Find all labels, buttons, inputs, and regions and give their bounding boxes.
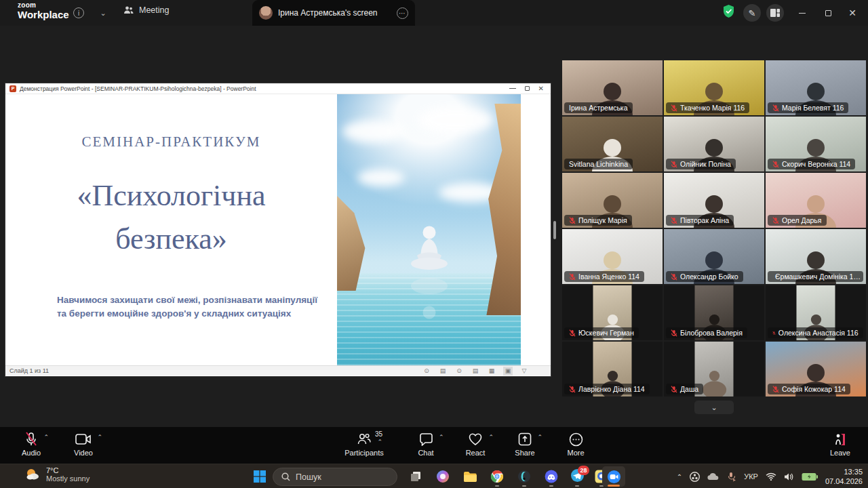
- video-options-caret[interactable]: ⌃: [97, 434, 102, 441]
- normal-view-icon[interactable]: ▤: [471, 367, 480, 375]
- task-view-icon: [410, 471, 421, 482]
- share-options-caret[interactable]: ⌃: [537, 434, 542, 441]
- scroll-participants-button[interactable]: ⌄: [694, 401, 734, 414]
- sorter-view-icon[interactable]: ▦: [487, 367, 496, 375]
- logo-zoom-text: zoom: [18, 2, 69, 9]
- tab-shared-screen-label: Ірина Астремська's screen: [278, 8, 391, 18]
- reading-view-icon[interactable]: ▣: [503, 367, 513, 375]
- participant-name: Лаврієнко Діана 114: [578, 385, 645, 393]
- mic-tray-icon[interactable]: [727, 472, 736, 482]
- tab-meeting[interactable]: Meeting: [123, 5, 169, 15]
- participants-options-caret[interactable]: ⌃: [377, 439, 382, 445]
- info-icon[interactable]: i: [73, 7, 84, 18]
- react-button[interactable]: ⌃ React: [450, 430, 501, 457]
- participant-tile[interactable]: Олександр Бойко: [664, 229, 764, 284]
- file-explorer-icon: [463, 471, 477, 483]
- copilot-icon: [436, 470, 450, 483]
- participants-button[interactable]: 35 ⌃ Participants: [338, 430, 390, 457]
- more-label: More: [567, 449, 584, 457]
- clock-widget[interactable]: 13:35 07.04.2026: [825, 467, 863, 487]
- leave-button[interactable]: Leave: [814, 430, 866, 457]
- discord-button[interactable]: [540, 466, 563, 487]
- security-shield-icon[interactable]: [722, 4, 735, 19]
- participant-tile[interactable]: Софія Кожокар 114: [766, 342, 866, 396]
- opera-browser-button[interactable]: [513, 466, 536, 487]
- task-view-button[interactable]: [404, 466, 427, 487]
- muted-mic-icon: [569, 217, 576, 224]
- close-button[interactable]: ✕: [845, 4, 860, 22]
- ppt-minimize-icon[interactable]: [509, 88, 516, 89]
- weather-widget[interactable]: 7°C Mostly sunny: [24, 466, 90, 483]
- leave-label: Leave: [830, 449, 850, 457]
- copilot-button[interactable]: [431, 466, 454, 487]
- tab-options-icon[interactable]: ⋯: [397, 7, 408, 19]
- participant-tile[interactable]: Лаврієнко Діана 114: [562, 342, 663, 396]
- chat-options-caret[interactable]: ⌃: [439, 434, 444, 441]
- participant-tile[interactable]: Орел Дарья: [766, 173, 866, 228]
- participant-tile[interactable]: Ткаченко Марія 116: [664, 60, 764, 115]
- tray-expand-icon[interactable]: ⌃: [677, 473, 682, 481]
- start-button[interactable]: [248, 466, 271, 487]
- participant-tile[interactable]: Олексина Анастасія 116: [766, 285, 866, 340]
- ppt-close-icon[interactable]: ✕: [538, 85, 544, 92]
- tab-shared-screen[interactable]: Ірина Астремська's screen ⋯: [252, 0, 415, 26]
- annotation-icon[interactable]: ▤: [438, 367, 448, 375]
- participant-tile[interactable]: Білоброва Валерія: [664, 285, 764, 340]
- wifi-icon[interactable]: [766, 472, 776, 481]
- participant-name: Півторак Аліна: [680, 216, 729, 224]
- powerpoint-titlebar[interactable]: P Демонстрация PowerPoint - [SEMINAR-PRA…: [5, 83, 551, 94]
- language-indicator[interactable]: УКР: [744, 472, 758, 481]
- participant-name: Марія Белевят 116: [782, 104, 844, 112]
- participant-name-label: Поліщук Марія: [564, 215, 632, 226]
- onedrive-tray-icon[interactable]: [707, 472, 719, 481]
- windows-logo-icon: [254, 470, 266, 483]
- participant-name: Іванна Яценко 114: [578, 272, 639, 281]
- participant-tile[interactable]: Юскевич Герман: [562, 285, 663, 340]
- participant-tile[interactable]: Марія Белевят 116: [766, 60, 866, 115]
- audio-options-caret[interactable]: ⌃: [43, 434, 49, 441]
- next-slide-icon[interactable]: ⊙: [454, 367, 464, 375]
- powerpoint-statusbar: Слайд 1 из 11 ⊙ ▤ ⊙ ▤ ▦ ▣ ▽: [5, 365, 551, 375]
- participant-tile[interactable]: Svitlana Lichinkina: [562, 117, 663, 171]
- avatar: [259, 6, 273, 20]
- maximize-button[interactable]: [821, 4, 835, 22]
- minimize-button[interactable]: [795, 4, 810, 22]
- muted-mic-icon: [671, 273, 677, 281]
- file-explorer-button[interactable]: [458, 466, 481, 487]
- more-button[interactable]: More: [550, 430, 601, 457]
- participant-name-label: Скорич Вероніка 114: [768, 159, 855, 169]
- annotate-pen-button[interactable]: ✎: [743, 4, 761, 22]
- participant-tile[interactable]: Даша: [664, 342, 764, 396]
- share-button[interactable]: ⌃ Share: [499, 430, 551, 457]
- zoom-app-button[interactable]: [602, 466, 625, 487]
- participant-tile[interactable]: Олійник Поліна: [664, 117, 764, 171]
- audio-button[interactable]: ⌃ Audio: [5, 430, 57, 457]
- share-screen-icon: [518, 432, 532, 446]
- video-button[interactable]: ⌃ Video: [58, 430, 109, 457]
- participant-tile[interactable]: Поліщук Марія: [562, 173, 663, 228]
- leave-icon: [833, 432, 848, 447]
- ppt-restore-icon[interactable]: [525, 86, 530, 91]
- prev-slide-icon[interactable]: ⊙: [422, 367, 431, 375]
- react-options-caret[interactable]: ⌃: [488, 434, 494, 441]
- panel-resize-handle[interactable]: [553, 221, 556, 239]
- obs-tray-icon[interactable]: [690, 472, 700, 482]
- telegram-button[interactable]: 28: [566, 466, 589, 487]
- search-box[interactable]: Пошук: [273, 468, 397, 486]
- chrome-button[interactable]: [486, 466, 509, 487]
- participant-name: Олексина Анастасія 116: [778, 329, 859, 337]
- participant-tile[interactable]: Півторак Аліна: [664, 173, 764, 228]
- participant-name: Поліщук Марія: [578, 216, 627, 224]
- chevron-down-icon[interactable]: ⌄: [96, 6, 110, 20]
- participant-tile[interactable]: Іванна Яценко 114: [562, 229, 663, 284]
- muted-mic-icon: [772, 386, 779, 393]
- slideshow-icon[interactable]: ▽: [519, 367, 529, 375]
- participant-tile[interactable]: Скорич Вероніка 114: [766, 117, 866, 171]
- battery-icon[interactable]: [802, 472, 818, 481]
- volume-icon[interactable]: [784, 472, 794, 481]
- chat-button[interactable]: ⌃ Chat: [400, 430, 452, 457]
- participant-tile[interactable]: Ірина Астремська: [562, 60, 663, 115]
- view-layout-button[interactable]: [766, 4, 784, 22]
- participant-tile[interactable]: Єрмашкевич Домініка 1…: [766, 229, 866, 284]
- participants-count: 35: [375, 430, 382, 438]
